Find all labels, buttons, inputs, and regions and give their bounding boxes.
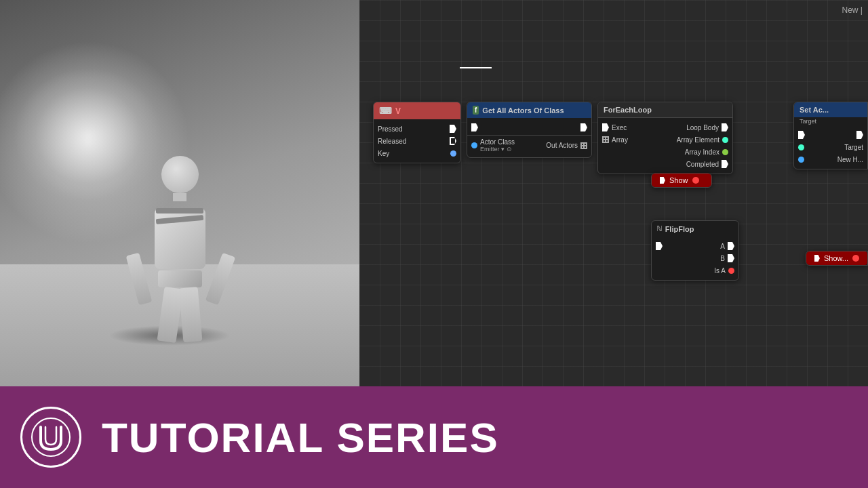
flipflop-header: ℕ FlipFlop — [652, 221, 738, 237]
out-actors-label: Out Actors — [546, 142, 578, 149]
ue-logo — [20, 407, 81, 468]
isa-pin[interactable] — [728, 268, 734, 274]
set-actor-header: Set Ac... — [794, 102, 867, 117]
show-node2[interactable]: Show... — [806, 251, 868, 266]
new-label: New | — [842, 5, 863, 15]
isa-label: Is A — [714, 267, 726, 274]
foreach-index-row: Array Index — [598, 146, 732, 158]
flipflop-body: A B — [652, 237, 738, 280]
get-actors-node[interactable]: f Get All Actors Of Class — [467, 102, 592, 158]
newh-pin[interactable] — [798, 157, 804, 163]
set-actor-newh-row: New H... — [794, 153, 867, 165]
bottom-banner: TUTORIAL SERIES — [0, 386, 868, 488]
v-node-key-row: Key — [374, 147, 460, 159]
banner-title: TUTORIAL SERIES — [102, 413, 499, 462]
blueprint-grid — [359, 0, 868, 386]
pressed-label: Pressed — [378, 125, 403, 133]
v-node-released-row: Released — [374, 135, 460, 147]
robot-figure — [136, 156, 224, 332]
set-actor-body: Target New H... — [794, 125, 867, 169]
b-label: B — [720, 255, 725, 262]
array-index-right: Array Index — [685, 148, 728, 156]
v-node-title: V — [395, 106, 401, 116]
released-exec-pin[interactable] — [450, 137, 456, 145]
target-label: Target — [844, 144, 863, 151]
get-actors-title: Get All Actors Of Class — [482, 106, 564, 115]
target-pin[interactable] — [798, 144, 804, 150]
foreach-title: ForEachLoop — [604, 106, 652, 114]
foreach-header: ForEachLoop — [598, 102, 732, 118]
flipflop-title: FlipFlop — [665, 225, 694, 233]
array-element-right: Array Element — [677, 136, 728, 144]
flipflop-exec-in[interactable] — [656, 242, 663, 250]
nodes-container: ⌨ V Pressed Released Key — [373, 102, 733, 174]
completed-pin[interactable] — [722, 160, 728, 168]
set-actor-title: Set Ac... — [800, 106, 829, 114]
loop-body-right: Loop Body — [686, 123, 728, 131]
out-actors-right: Out Actors — [546, 142, 587, 149]
foreach-node[interactable]: ForEachLoop Exec Loop Body — [597, 102, 733, 174]
show-exec-in[interactable] — [660, 177, 665, 184]
show2-exec[interactable] — [814, 255, 820, 262]
show-node2-wrapper: Show... — [806, 251, 868, 266]
set-actor-node[interactable]: Set Ac... Target Target — [793, 102, 868, 169]
flipflop-node[interactable]: ℕ FlipFlop A — [651, 220, 739, 281]
show2-button[interactable]: Show... — [806, 251, 867, 265]
foreach-completed-row: Completed — [598, 158, 732, 170]
show-red-dot — [692, 177, 699, 184]
array-pin-in[interactable] — [602, 136, 609, 143]
key-label: Key — [378, 150, 389, 157]
blueprint-editor[interactable]: New | — [359, 0, 868, 386]
robot-strap-1 — [156, 208, 203, 214]
get-actors-header: f Get All Actors Of Class — [467, 102, 591, 118]
show-button[interactable]: Show — [652, 174, 711, 187]
array-index-label: Array Index — [685, 148, 719, 156]
get-actors-class-row: Actor Class Emitter ▾ ⊙ Out Actors — [467, 137, 591, 154]
keyboard-icon: ⌨ — [379, 106, 392, 116]
completed-label: Completed — [686, 161, 719, 168]
set-actor-exec-out[interactable] — [856, 131, 863, 139]
set-actor-wrapper: Set Ac... Target Target — [793, 102, 868, 169]
actor-class-pin[interactable] — [471, 142, 477, 148]
isa-right: Is A — [714, 267, 734, 274]
flipflop-isa-row: Is A — [652, 264, 738, 277]
top-section: New | — [0, 0, 868, 386]
exec-left: Exec — [602, 123, 627, 131]
set-actor-subtitle: Target — [794, 117, 867, 125]
pressed-exec-pin[interactable] — [450, 125, 456, 133]
flipflop-node-wrapper: ℕ FlipFlop A — [651, 220, 739, 281]
exec-label: Exec — [612, 124, 627, 131]
get-actors-exec-in[interactable] — [471, 123, 478, 131]
show-node[interactable]: Show — [651, 173, 712, 188]
v-node-body: Pressed Released Key — [374, 119, 460, 163]
robot-body — [136, 156, 224, 332]
out-actors-pin[interactable] — [580, 142, 587, 149]
flipflop-b-row: B — [652, 252, 738, 264]
key-pin[interactable] — [450, 150, 456, 157]
array-element-label: Array Element — [677, 136, 719, 144]
robot-head — [161, 156, 199, 193]
get-actors-exec-out[interactable] — [580, 123, 587, 131]
foreach-exec-in[interactable] — [602, 123, 609, 131]
a-pin[interactable] — [728, 242, 734, 250]
a-label: A — [720, 243, 725, 250]
actor-class-left: Actor Class Emitter ▾ ⊙ — [471, 138, 515, 152]
b-pin[interactable] — [728, 254, 734, 262]
actor-class-labels: Actor Class Emitter ▾ ⊙ — [480, 138, 515, 152]
show-node-wrapper: Show — [651, 173, 712, 188]
set-actor-exec[interactable] — [798, 131, 805, 139]
array-label: Array — [612, 136, 628, 144]
loop-body-label: Loop Body — [686, 124, 719, 131]
loop-body-pin[interactable] — [722, 123, 728, 131]
get-actors-exec-row — [467, 121, 591, 134]
show-label: Show — [669, 176, 688, 184]
actor-class-label: Actor Class — [480, 138, 515, 146]
array-index-pin[interactable] — [722, 149, 728, 155]
get-actors-body: Actor Class Emitter ▾ ⊙ Out Actors — [467, 118, 591, 157]
a-right: A — [720, 242, 734, 250]
array-element-pin[interactable] — [722, 137, 728, 143]
robot-upper — [136, 208, 224, 269]
viewport — [0, 0, 359, 386]
show2-label: Show... — [824, 254, 848, 262]
v-node[interactable]: ⌨ V Pressed Released Key — [373, 102, 461, 163]
